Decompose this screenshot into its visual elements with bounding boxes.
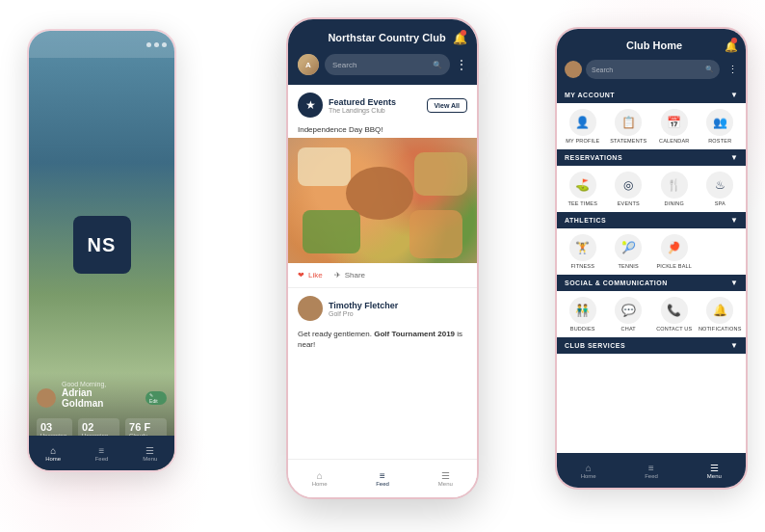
notifications-item[interactable]: 🔔 NOTIFICATIONS — [699, 297, 743, 332]
athletics-label: ATHLETICS — [565, 217, 606, 224]
contact-us-item[interactable]: 📞 CONTACT US — [652, 297, 697, 332]
my-account-chevron: ▼ — [730, 91, 738, 99]
right-title: Club Home — [584, 40, 725, 51]
dot-2 — [154, 42, 159, 47]
roster-item[interactable]: 👥 ROSTER — [699, 109, 743, 144]
nav-menu-right[interactable]: ☰ Menu — [683, 460, 746, 482]
reservations-chevron: ▼ — [730, 153, 738, 162]
my-profile-label: MY PROFILE — [566, 138, 599, 144]
center-bottom-nav: ⌂ Home ≡ Feed ☰ Menu — [288, 459, 477, 497]
pickleball-item[interactable]: 🏓 PICKLE BALL — [652, 234, 697, 269]
bell-container-center: 🔔 — [453, 29, 467, 46]
more-options-right[interactable]: ⋮ — [727, 64, 738, 76]
center-search-bar: A Search 🔍 ⋮ — [288, 54, 477, 85]
right-bottom-nav: ⌂ Home ≡ Feed ☰ Menu — [557, 453, 746, 488]
home-label-left: Home — [45, 456, 61, 462]
athletics-icons: 🏋 FITNESS 🎾 TENNIS 🏓 PICKLE BALL — [557, 228, 746, 275]
spa-icon: ♨ — [706, 172, 733, 199]
empty-athletics-slot — [699, 234, 743, 269]
my-profile-icon: 👤 — [569, 109, 596, 136]
contact-us-icon: 📞 — [661, 297, 688, 324]
search-bar-center[interactable]: Search 🔍 — [325, 54, 450, 75]
feed-icon-left: ≡ — [99, 445, 105, 456]
reservations-label: RESERVATIONS — [565, 154, 622, 161]
chat-item[interactable]: 💬 CHAT — [607, 297, 651, 332]
feed-icon-center: ≡ — [380, 470, 385, 481]
statements-item[interactable]: 📋 STATEMENTS — [607, 109, 651, 144]
search-placeholder-center: Search — [332, 61, 356, 69]
calendar-item[interactable]: 📅 CALENDAR — [652, 109, 697, 144]
featured-events-avatar: ★ — [298, 93, 323, 118]
main-scene: NS Good Morning, Adrian Goldman ✎ Edit 0… — [0, 0, 765, 532]
fitness-item[interactable]: 🏋 FITNESS — [561, 234, 605, 269]
spa-label: SPA — [715, 200, 725, 206]
menu-icon-center: ☰ — [441, 470, 450, 481]
post-author-info: Timothy Fletcher Golf Pro — [329, 301, 398, 317]
heart-icon: ❤ — [298, 271, 304, 279]
avatar-img-center: A — [298, 54, 319, 75]
phone-center: Northstar Country Club 🔔 A Search 🔍 ⋮ ★ — [286, 17, 479, 499]
reservations-section-header[interactable]: RESERVATIONS ▼ — [557, 149, 746, 166]
club-services-section-header[interactable]: CLUB SERVICES ▼ — [557, 337, 746, 354]
chat-label: CHAT — [621, 326, 636, 332]
food-image-bg — [288, 138, 477, 263]
nav-feed-right[interactable]: ≡ Feed — [620, 460, 682, 482]
home-label-center: Home — [312, 481, 328, 487]
social-section-header[interactable]: SOCIAL & COMMUNICATION ▼ — [557, 275, 746, 291]
ns-logo-text: NS — [88, 234, 117, 256]
social-chevron: ▼ — [730, 279, 738, 287]
post-text-bold: Golf Tournament 2019 — [374, 330, 455, 338]
fitness-label: FITNESS — [570, 263, 594, 269]
right-header: Club Home 🔔 — [557, 29, 746, 60]
statements-label: STATEMENTS — [610, 138, 646, 144]
nav-menu-left[interactable]: ☰ Menu — [126, 442, 174, 465]
nav-home-left[interactable]: ⌂ Home — [29, 442, 77, 465]
post-author-name: Timothy Fletcher — [329, 301, 398, 310]
nav-feed-left[interactable]: ≡ Feed — [77, 442, 125, 465]
tennis-label: TENNIS — [619, 263, 639, 269]
menu-icon-right: ☰ — [710, 463, 719, 473]
buddies-label: BUDDIES — [570, 326, 595, 332]
edit-badge[interactable]: ✎ Edit — [145, 391, 167, 405]
search-icon-right: 🔍 — [705, 66, 714, 73]
right-user-avatar — [565, 61, 582, 78]
calendar-icon: 📅 — [661, 109, 688, 136]
ns-logo: NS — [73, 216, 131, 274]
right-search-bar[interactable]: Search 🔍 — [586, 60, 720, 79]
pickleball-label: PICKLE BALL — [656, 263, 692, 269]
buddies-item[interactable]: 👬 BUDDIES — [561, 297, 605, 332]
athletics-section-header[interactable]: ATHLETICS ▼ — [557, 212, 746, 228]
view-all-button[interactable]: View All — [427, 98, 467, 113]
phone-right: Club Home 🔔 Search 🔍 ⋮ MY ACCOUNT ▼ 👤 MY… — [555, 27, 748, 490]
pickleball-icon: 🏓 — [661, 234, 688, 261]
like-button[interactable]: ❤ Like — [298, 271, 323, 279]
home-icon-right: ⌂ — [586, 463, 592, 473]
featured-events-subtitle: The Landings Club — [329, 107, 396, 114]
status-dots — [146, 42, 167, 47]
my-account-section-header[interactable]: MY ACCOUNT ▼ — [557, 87, 746, 103]
tennis-item[interactable]: 🎾 TENNIS — [607, 234, 651, 269]
more-options-center[interactable]: ⋮ — [456, 58, 467, 71]
nav-home-center[interactable]: ⌂ Home — [288, 467, 351, 490]
menu-label-right: Menu — [707, 473, 722, 479]
user-avatar-left — [37, 388, 56, 408]
share-button[interactable]: ✈ Share — [334, 271, 365, 279]
buddies-icon: 👬 — [569, 297, 596, 324]
notification-dot-center — [461, 30, 466, 36]
tee-times-icon: ⛳ — [569, 172, 596, 199]
nav-menu-center[interactable]: ☰ Menu — [414, 467, 477, 490]
post-author-row: Timothy Fletcher Golf Pro — [288, 288, 477, 325]
spa-item[interactable]: ♨ SPA — [699, 172, 743, 206]
events-item[interactable]: ◎ EVENTS — [607, 172, 651, 206]
nav-feed-center[interactable]: ≡ Feed — [351, 467, 413, 490]
search-icon-center: 🔍 — [433, 61, 442, 69]
dining-item[interactable]: 🍴 DINING — [652, 172, 697, 206]
my-profile-item[interactable]: 👤 MY PROFILE — [561, 109, 605, 144]
featured-events-info: Featured Events The Landings Club — [329, 97, 396, 114]
nav-home-right[interactable]: ⌂ Home — [557, 460, 620, 482]
home-icon-center: ⌂ — [317, 470, 323, 481]
dining-label: DINING — [665, 200, 684, 206]
calendar-label: CALENDAR — [659, 138, 690, 144]
tee-times-item[interactable]: ⛳ TEE TIMES — [561, 172, 605, 206]
athletics-chevron: ▼ — [730, 216, 738, 225]
